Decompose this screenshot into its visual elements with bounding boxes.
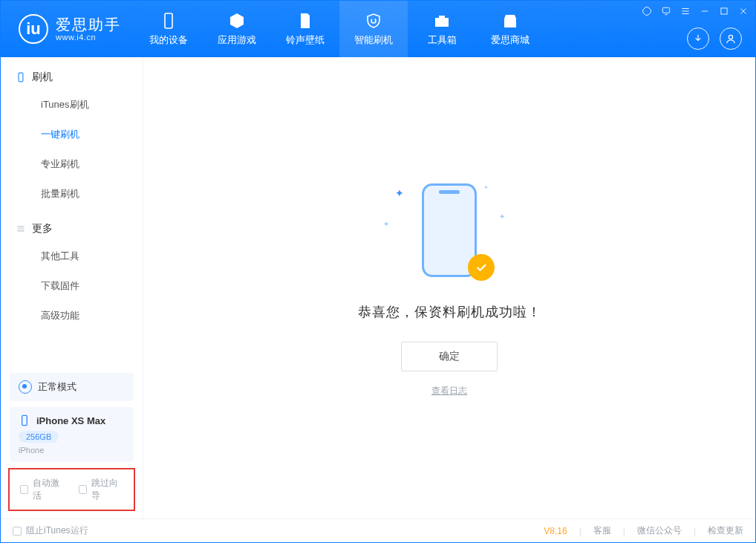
- sparkle-icon: ✦: [499, 212, 505, 221]
- nav-tabs: 我的设备 应用游戏 铃声壁纸 智能刷机 工具箱 爱思商城: [134, 1, 544, 57]
- shield-refresh-icon: [364, 11, 383, 30]
- close-icon[interactable]: [737, 5, 749, 17]
- tab-ringtone-wallpaper[interactable]: 铃声壁纸: [271, 1, 339, 57]
- tab-smart-flash[interactable]: 智能刷机: [339, 1, 408, 57]
- mode-dot-icon: [19, 380, 32, 394]
- svg-rect-0: [165, 13, 172, 28]
- body: 刷机 iTunes刷机 一键刷机 专业刷机 批量刷机 更多 其他工具 下载固件 …: [1, 57, 755, 518]
- phone-small-icon: [19, 414, 30, 426]
- app-window: iu 爱思助手 www.i4.cn 我的设备 应用游戏 铃声壁纸 智能刷机: [0, 0, 756, 543]
- sidebar-item-itunes-flash[interactable]: iTunes刷机: [1, 90, 143, 120]
- footer-link-update[interactable]: 检查更新: [708, 524, 743, 537]
- sidebar-item-pro-flash[interactable]: 专业刷机: [1, 149, 143, 179]
- sidebar: 刷机 iTunes刷机 一键刷机 专业刷机 批量刷机 更多 其他工具 下载固件 …: [1, 57, 143, 518]
- music-file-icon: [296, 11, 315, 30]
- header-right-buttons: [687, 27, 742, 50]
- logo-icon: iu: [19, 14, 48, 44]
- device-info[interactable]: iPhone XS Max 256GB iPhone: [10, 407, 134, 462]
- checkbox-skip-guide[interactable]: 跳过向导: [79, 477, 124, 502]
- device-type: iPhone: [19, 446, 125, 455]
- footer: 阻止iTunes运行 V8.16 | 客服 | 微信公众号 | 检查更新: [1, 518, 755, 542]
- checkbox-auto-activate[interactable]: 自动激活: [20, 477, 65, 502]
- sidebar-item-oneclick-flash[interactable]: 一键刷机: [1, 120, 143, 149]
- options-highlighted: 自动激活 跳过向导: [8, 468, 135, 511]
- device-capacity: 256GB: [19, 431, 59, 443]
- tab-apps-games[interactable]: 应用游戏: [203, 1, 271, 57]
- checkbox-block-itunes[interactable]: 阻止iTunes运行: [13, 524, 88, 537]
- app-name: 爱思助手: [56, 16, 121, 33]
- list-icon: [16, 224, 26, 234]
- success-check-icon: [468, 254, 495, 281]
- theme-icon[interactable]: [641, 5, 653, 17]
- header: iu 爱思助手 www.i4.cn 我的设备 应用游戏 铃声壁纸 智能刷机: [1, 1, 755, 57]
- tab-store[interactable]: 爱思商城: [476, 1, 544, 57]
- store-icon: [501, 11, 520, 30]
- success-illustration: ✦ ✦ ✦ ✦: [379, 178, 520, 282]
- phone-icon: [159, 11, 178, 30]
- footer-link-wechat[interactable]: 微信公众号: [637, 524, 682, 537]
- sidebar-section-flash: 刷机: [1, 57, 143, 90]
- success-message: 恭喜您，保资料刷机成功啦！: [358, 303, 541, 321]
- sparkle-icon: ✦: [395, 187, 404, 199]
- sparkle-icon: ✦: [483, 184, 489, 191]
- sparkle-icon: ✦: [383, 220, 389, 228]
- logo: iu 爱思助手 www.i4.cn: [1, 1, 134, 57]
- ok-button[interactable]: 确定: [401, 342, 498, 371]
- view-log-link[interactable]: 查看日志: [431, 385, 467, 397]
- device-name: iPhone XS Max: [36, 415, 105, 426]
- menu-icon[interactable]: [680, 5, 691, 17]
- download-button[interactable]: [687, 27, 709, 50]
- sidebar-item-other-tools[interactable]: 其他工具: [1, 241, 143, 271]
- tab-my-device[interactable]: 我的设备: [134, 1, 203, 57]
- footer-link-support[interactable]: 客服: [593, 524, 611, 537]
- sidebar-item-advanced[interactable]: 高级功能: [1, 301, 143, 331]
- cube-icon: [227, 11, 247, 30]
- tab-toolbox[interactable]: 工具箱: [408, 1, 476, 57]
- user-button[interactable]: [720, 27, 742, 50]
- svg-rect-4: [19, 73, 23, 82]
- window-controls: [641, 5, 749, 17]
- version-label: V8.16: [544, 526, 567, 536]
- sidebar-bottom: 正常模式 iPhone XS Max 256GB iPhone 自动激活 跳过向…: [1, 367, 143, 518]
- svg-rect-5: [22, 415, 27, 425]
- main-content: ✦ ✦ ✦ ✦ 恭喜您，保资料刷机成功啦！ 确定 查看日志: [143, 57, 755, 518]
- sidebar-item-batch-flash[interactable]: 批量刷机: [1, 179, 143, 209]
- maximize-icon[interactable]: [718, 5, 730, 17]
- toolbox-icon: [432, 11, 452, 30]
- sidebar-section-more: 更多: [1, 209, 143, 241]
- minimize-icon[interactable]: [699, 5, 711, 17]
- mode-indicator[interactable]: 正常模式: [10, 373, 134, 401]
- device-icon: [16, 72, 26, 82]
- app-url: www.i4.cn: [56, 33, 121, 42]
- sidebar-item-download-firmware[interactable]: 下载固件: [1, 271, 143, 301]
- svg-rect-2: [721, 8, 727, 14]
- feedback-icon[interactable]: [660, 5, 672, 17]
- svg-rect-1: [662, 7, 669, 13]
- svg-point-3: [729, 35, 732, 39]
